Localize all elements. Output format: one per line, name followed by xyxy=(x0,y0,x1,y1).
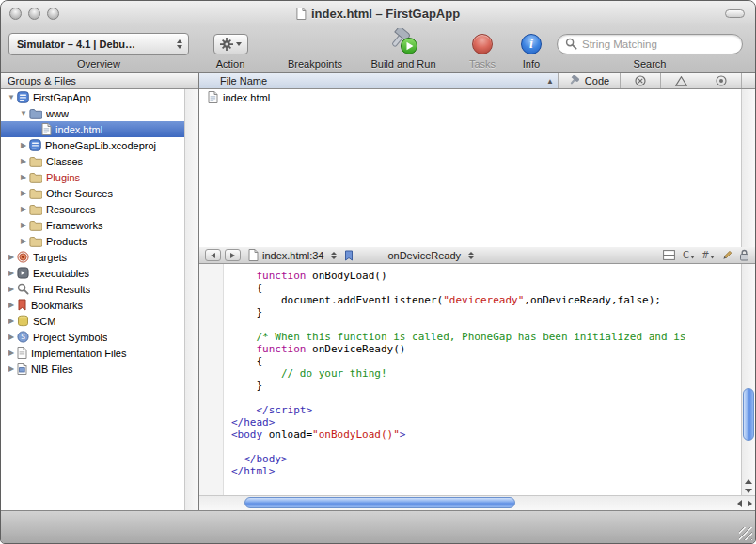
window-title: index.html – FirstGapApp xyxy=(311,7,460,21)
sidebar-item-targets[interactable]: ▶Targets xyxy=(1,249,184,265)
close-button[interactable] xyxy=(9,8,22,20)
overview-popup[interactable]: Simulator – 4.1 | Debu… xyxy=(8,33,189,55)
folder-icon xyxy=(29,220,42,231)
groups-files-header: Groups & Files xyxy=(1,73,198,89)
folder-icon xyxy=(29,204,42,215)
action-label: Action xyxy=(216,58,245,70)
sidebar-item-classes[interactable]: ▶Classes xyxy=(1,153,184,169)
hscroll-arrows[interactable] xyxy=(737,496,752,510)
disclosure-triangle-icon[interactable]: ▶ xyxy=(6,333,17,341)
column-header-file_name[interactable]: File Name▲ xyxy=(199,73,558,88)
function-popup[interactable]: onDeviceReady xyxy=(384,250,478,261)
sidebar-item-implementation-files[interactable]: ▶Implementation Files xyxy=(1,345,184,361)
editor-hscrollbar[interactable] xyxy=(199,495,755,510)
file-popup[interactable]: index.html:34 xyxy=(244,249,340,261)
forward-button[interactable] xyxy=(225,249,241,261)
chevron-down-icon xyxy=(236,42,242,46)
search-field[interactable] xyxy=(557,34,743,54)
minimize-button[interactable] xyxy=(28,8,40,20)
breakpoints-group: Breakpoints xyxy=(279,31,351,70)
sidebar-item-project-symbols[interactable]: ▶SProject Symbols xyxy=(1,329,184,345)
sidebar-item-nib-files[interactable]: ▶NIB Files xyxy=(1,361,184,377)
lock-button[interactable] xyxy=(739,249,749,261)
sidebar-item-resources[interactable]: ▶Resources xyxy=(1,201,184,217)
sidebar-scrollbar[interactable] xyxy=(184,89,198,510)
sidebar-item-other-sources[interactable]: ▶Other Sources xyxy=(1,185,184,201)
toolbar: Simulator – 4.1 | Debu… Overview Action … xyxy=(1,26,755,73)
main-split: Groups & Files ▼FirstGapApp▼wwwindex.htm… xyxy=(1,73,755,510)
sidebar-item-plugins[interactable]: ▶Plugins xyxy=(1,169,184,185)
sidebar-item-label: index.html xyxy=(55,124,102,135)
build-and-run-button[interactable] xyxy=(388,28,418,59)
sidebar-item-label: Other Sources xyxy=(46,188,113,199)
file-row-index-html[interactable]: index.html xyxy=(199,89,741,105)
sidebar-item-label: Project Symbols xyxy=(33,332,107,343)
disclosure-triangle-icon[interactable]: ▼ xyxy=(18,109,29,117)
titlebar[interactable]: index.html – FirstGapApp xyxy=(1,1,755,26)
disclosure-triangle-icon[interactable]: ▶ xyxy=(18,189,29,197)
hscrollbar-thumb[interactable] xyxy=(244,497,515,508)
disclosure-triangle-icon[interactable]: ▶ xyxy=(18,141,29,149)
disclosure-triangle-icon[interactable]: ▶ xyxy=(6,301,17,309)
back-button[interactable] xyxy=(205,249,221,261)
toolbar-toggle-button[interactable] xyxy=(725,9,745,18)
sidebar-item-bookmarks[interactable]: ▶Bookmarks xyxy=(1,297,184,313)
search-input[interactable] xyxy=(582,39,734,50)
column-label: Code xyxy=(585,75,609,86)
sidebar-item-index-html[interactable]: index.html xyxy=(1,121,184,137)
sidebar-item-executables[interactable]: ▶Executables xyxy=(1,265,184,281)
vscrollbar-thumb[interactable] xyxy=(743,388,754,441)
disclosure-triangle-icon[interactable]: ▶ xyxy=(18,205,29,213)
code-line: } xyxy=(231,306,739,319)
column-header-extra[interactable] xyxy=(701,73,741,88)
sidebar-item-frameworks[interactable]: ▶Frameworks xyxy=(1,217,184,233)
disclosure-triangle-icon[interactable]: ▶ xyxy=(6,269,17,277)
file-list-scrollbar[interactable] xyxy=(741,89,755,247)
disclosure-triangle-icon[interactable]: ▶ xyxy=(18,157,29,165)
disclosure-triangle-icon[interactable]: ▶ xyxy=(18,173,29,181)
disclosure-triangle-icon[interactable]: ▶ xyxy=(6,253,17,261)
groups-files-title: Groups & Files xyxy=(8,75,76,86)
sidebar-item-phonegaplib-xcodeproj[interactable]: ▶PhoneGapLib.xcodeproj xyxy=(1,137,184,153)
pencil-button[interactable] xyxy=(721,250,732,261)
sidebar-item-firstgapapp[interactable]: ▼FirstGapApp xyxy=(1,89,184,105)
resize-grip[interactable] xyxy=(739,527,752,540)
info-button[interactable] xyxy=(521,34,542,54)
disclosure-triangle-icon[interactable]: ▼ xyxy=(6,93,17,101)
code-line xyxy=(231,441,739,453)
bookmark-menu-button[interactable] xyxy=(344,250,354,261)
sidebar-item-find-results[interactable]: ▶Find Results xyxy=(1,281,184,297)
file-popup-label: index.html:34 xyxy=(262,250,323,261)
disclosure-triangle-icon[interactable]: ▶ xyxy=(18,221,29,229)
sidebar-item-label: Find Results xyxy=(33,284,90,295)
warning-triangle-icon xyxy=(675,76,687,86)
column-header-warnings[interactable] xyxy=(660,73,701,88)
code-area[interactable]: function onBodyLoad() { document.addEven… xyxy=(224,264,741,495)
search-label: Search xyxy=(634,58,667,70)
disclosure-triangle-icon[interactable]: ▶ xyxy=(18,237,29,245)
tasks-label: Tasks xyxy=(469,58,496,70)
editor-vscrollbar[interactable] xyxy=(741,264,755,495)
column-header-errors[interactable] xyxy=(620,73,660,88)
disclosure-triangle-icon[interactable]: ▶ xyxy=(6,285,17,293)
tasks-button[interactable] xyxy=(472,34,493,54)
action-button[interactable] xyxy=(213,34,248,54)
disclosure-triangle-icon[interactable]: ▶ xyxy=(6,349,17,357)
sidebar-item-www[interactable]: ▼www xyxy=(1,105,184,121)
hash-button[interactable]: # xyxy=(701,250,715,260)
editor-navbar: index.html:34 onDeviceReady C# xyxy=(199,247,755,264)
zoom-button[interactable] xyxy=(47,8,59,20)
counterpart-button[interactable]: C xyxy=(682,250,695,260)
split-view-button[interactable] xyxy=(663,250,675,260)
html-file-icon xyxy=(208,91,218,103)
disclosure-triangle-icon[interactable]: ▶ xyxy=(6,365,17,373)
sidebar-item-label: Products xyxy=(46,236,87,247)
disclosure-triangle-icon[interactable]: ▶ xyxy=(6,317,17,325)
vscroll-arrows[interactable] xyxy=(742,479,755,493)
sidebar-list: ▼FirstGapApp▼wwwindex.html▶PhoneGapLib.x… xyxy=(1,89,184,510)
sidebar-item-scm[interactable]: ▶SCM xyxy=(1,313,184,329)
overview-label: Overview xyxy=(77,58,120,70)
column-header-code[interactable]: Code xyxy=(558,73,620,88)
sidebar-item-products[interactable]: ▶Products xyxy=(1,233,184,249)
sidebar-item-label: Classes xyxy=(46,156,83,167)
